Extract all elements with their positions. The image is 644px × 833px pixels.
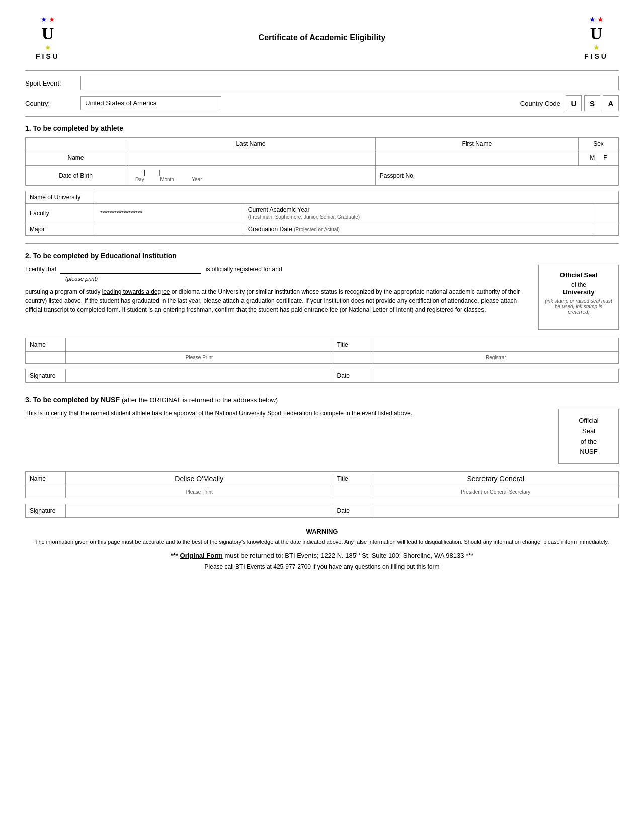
certify-text: I certify that	[25, 266, 56, 273]
athlete-name-table: Last Name First Name Sex Name M F Date o…	[25, 137, 619, 186]
uni-input[interactable]	[96, 191, 619, 204]
call-line: Please call BTI Events at 425-977-2700 i…	[25, 563, 619, 570]
month-spacer	[145, 169, 159, 176]
s2-name-input[interactable]	[66, 338, 333, 352]
section3-content: This is to certify that the named studen…	[25, 409, 619, 464]
certify-line: I certify that is officially registered …	[25, 265, 528, 274]
section3-title-suffix: (after the ORIGINAL is returned to the a…	[122, 396, 278, 404]
first-name-col-header: First Name	[375, 138, 578, 150]
s2-name-label: Name	[26, 338, 66, 352]
s3-name-input[interactable]: Delise O'Meally	[66, 472, 333, 486]
name-col-header	[26, 138, 126, 150]
passport-label: Passport No.	[380, 172, 415, 179]
section-divider-2	[25, 243, 619, 244]
logo-u-left: U	[25, 24, 70, 43]
fisu-logo-right: ★ ★ U ★ FISU	[574, 15, 619, 60]
section3-title-row: 3. To be completed by NUSF (after the OR…	[25, 396, 619, 404]
faculty-input[interactable]: ******************	[96, 204, 244, 223]
country-code-s: S	[584, 95, 600, 111]
seal-of: of the	[545, 281, 612, 288]
section2-name-table: Name Title Please Print Registrar	[25, 338, 619, 364]
please-print: (please print)	[25, 275, 528, 283]
section3-title-bold: 3. To be completed by NUSF	[25, 396, 120, 404]
fisu-text-left: FISU	[25, 52, 70, 60]
nusf-of: of the	[581, 437, 597, 447]
sport-event-input[interactable]	[80, 76, 619, 90]
nusf-seal-box: Official Seal of the NUSF	[558, 409, 619, 464]
s2-date-input[interactable]	[373, 369, 618, 383]
s3-pres-gen-sec-label: President or General Secretary	[373, 486, 618, 498]
original-form-must: must be returned to: BTI Events; 1222 N.…	[223, 552, 356, 559]
major-input[interactable]	[96, 223, 244, 236]
first-name-input[interactable]	[375, 150, 578, 166]
section3-name-table: Name Delise O'Meally Title Secretary Gen…	[25, 471, 619, 498]
s3-sig-label: Signature	[26, 504, 66, 518]
s3-date-input[interactable]	[373, 504, 618, 518]
s2-title-label: Title	[333, 338, 373, 352]
sex-m-label: M	[590, 154, 595, 161]
s3-title-label: Title	[333, 472, 373, 486]
country-value: United States of America	[85, 99, 157, 107]
seal-note: (ink stamp or raised seal must be used, …	[545, 298, 612, 315]
s2-sig-label: Signature	[26, 369, 66, 383]
seal-university: University	[545, 288, 612, 296]
section2-sig-table: Signature Date	[25, 369, 619, 383]
s2-please-print-label: Please Print	[66, 352, 333, 364]
star-blue-left: ★	[41, 15, 47, 23]
section2-text: I certify that is officially registered …	[25, 265, 528, 330]
original-form-rest: St, Suite 100; Shoreline, WA 98133 ***	[360, 552, 474, 559]
stars-bottom-left: ★	[25, 43, 70, 51]
page-title: Certificate of Academic Eligibility	[259, 33, 386, 42]
last-name-input[interactable]	[126, 150, 376, 166]
s2-sig-input[interactable]	[66, 369, 333, 383]
s3-sig-input[interactable]	[66, 504, 333, 518]
nusf-seal: Seal	[582, 426, 595, 437]
section3-sig-table: Signature Date	[25, 504, 619, 518]
graduation-label: Graduation Date	[248, 226, 292, 233]
passport-cell: Passport No.	[375, 166, 618, 186]
country-input[interactable]: United States of America	[80, 96, 221, 110]
s2-date-label: Date	[333, 369, 373, 383]
uni-label-cell: Name of University	[26, 191, 96, 204]
s2-name-spacer	[26, 352, 66, 364]
stars-left: ★ ★	[25, 15, 70, 23]
section2-title: 2. To be completed by Educational Instit…	[25, 252, 619, 260]
star-red-left: ★	[49, 15, 55, 23]
s3-please-print-label: Please Print	[66, 486, 333, 498]
original-form-bold: Original Form	[180, 552, 223, 559]
star-blue-right: ★	[589, 15, 596, 23]
nusf-official: Official	[579, 415, 599, 426]
academic-year-sub: (Freshman, Sophomore, Junior, Senior, Gr…	[248, 214, 360, 220]
dob-input[interactable]: | | Day Month Year	[126, 166, 376, 186]
warning-title: WARNING	[25, 528, 619, 535]
sport-event-row: Sport Event:	[25, 76, 619, 90]
graduation-input[interactable]	[594, 223, 618, 236]
s3-title-input[interactable]: Secretary General	[373, 472, 618, 486]
original-form-stars-prefix: ***	[171, 552, 180, 559]
day-label: Day	[135, 177, 144, 182]
seal-title: Official Seal	[545, 271, 612, 279]
academic-year-label: Current Academic Year	[248, 206, 310, 213]
country-label: Country:	[25, 100, 75, 107]
academic-year-input[interactable]	[594, 204, 618, 223]
section3-text: This is to certify that the named studen…	[25, 409, 548, 464]
day-spacer	[130, 169, 144, 176]
underline-degree: leading towards a degree	[102, 288, 170, 295]
passport-input[interactable]	[417, 172, 477, 179]
official-seal-box: Official Seal of the University (ink sta…	[538, 265, 619, 330]
month-label: Month	[160, 177, 174, 182]
dob-label-cell: Date of Birth	[26, 166, 126, 186]
graduation-sub: (Projected or Actual)	[294, 227, 340, 232]
fisu-text-right: FISU	[574, 52, 619, 60]
s2-title-input[interactable]	[373, 338, 618, 352]
last-name-col-header: Last Name	[126, 138, 376, 150]
sex-f-label: F	[603, 154, 607, 161]
sex-divider	[599, 153, 599, 163]
sport-event-label: Sport Event:	[25, 79, 75, 87]
section-divider-1	[25, 116, 619, 117]
star-red-right: ★	[597, 15, 604, 23]
university-table: Name of University Faculty *************…	[25, 191, 619, 236]
star-yellow-right: ★	[593, 43, 600, 51]
major-label-cell: Major	[26, 223, 96, 236]
stars-right: ★ ★	[574, 15, 619, 23]
